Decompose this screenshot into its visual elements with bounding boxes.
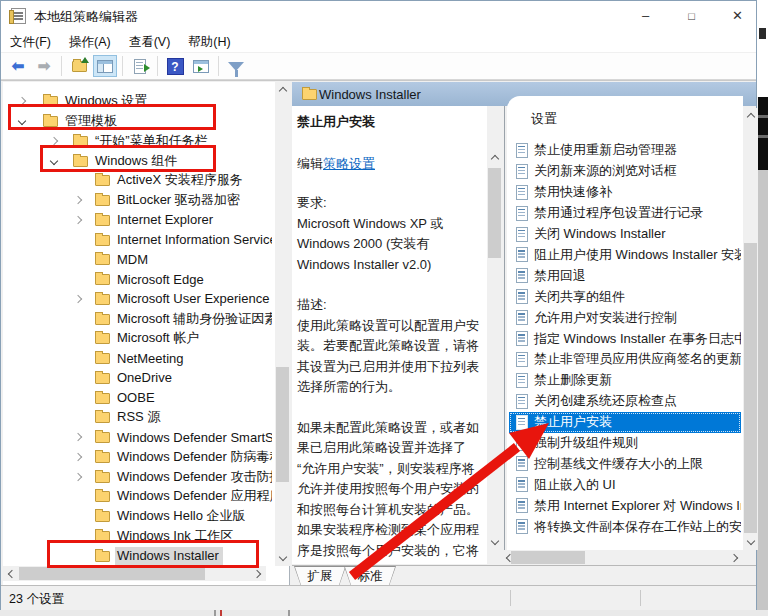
maximize-button[interactable]: □: [669, 1, 714, 31]
settings-column-header[interactable]: 设置: [531, 110, 557, 128]
policy-setting-icon: [516, 164, 528, 179]
tab-extended-label: 扩展: [295, 567, 345, 585]
menu-item[interactable]: 文件(F): [1, 31, 60, 53]
chevron-right-icon[interactable]: [74, 295, 82, 303]
tree-item[interactable]: RSS 源: [3, 408, 272, 428]
menu-item[interactable]: 操作(A): [60, 31, 120, 53]
tree-item[interactable]: Internet Explorer: [3, 211, 272, 231]
tab-standard[interactable]: 标准: [344, 566, 396, 586]
tree-item-label: RSS 源: [115, 407, 164, 428]
settings-item[interactable]: 禁用通过程序包设置进行记录: [509, 203, 741, 224]
scroll-up-button[interactable]: [275, 82, 290, 97]
settings-item[interactable]: 关闭创建系统还原检查点: [509, 391, 741, 412]
settings-item[interactable]: 禁止删除更新: [509, 370, 741, 391]
settings-item[interactable]: 禁用 Internet Explorer 对 Windows In: [509, 495, 741, 516]
settings-item[interactable]: 指定 Windows Installer 在事务日志中记录: [509, 328, 741, 349]
policy-description-pane: 禁止用户安装 编辑策略设置 要求: Microsoft Windows XP 或…: [292, 106, 487, 564]
description-text: 使用此策略设置可以配置用户安装。若要配置此策略设置，请将其设置为已启用并使用下拉…: [297, 316, 483, 565]
settings-item[interactable]: 阻止嵌入的 UI: [509, 474, 741, 495]
filter-icon[interactable]: [224, 55, 248, 77]
menu-item[interactable]: 查看(V): [120, 31, 180, 53]
settings-item[interactable]: 阻止用户使用 Windows Installer 安装更新: [509, 245, 741, 266]
scroll-up-button[interactable]: [487, 150, 502, 165]
close-button[interactable]: ✕: [715, 1, 760, 31]
settings-item[interactable]: 允许用户对安装进行控制: [509, 307, 741, 328]
description-vertical-scrollbar[interactable]: [487, 150, 502, 550]
settings-item[interactable]: 控制基线文件缓存大小的上限: [509, 454, 741, 475]
tree-item[interactable]: ActiveX 安装程序服务: [3, 171, 272, 191]
tree-item[interactable]: Microsoft 帐户: [3, 329, 272, 349]
scroll-down-button[interactable]: [275, 551, 290, 566]
tree-item[interactable]: OneDrive: [3, 369, 272, 389]
folder-icon: [95, 511, 110, 522]
up-one-level-folder-icon[interactable]: [67, 55, 91, 77]
scroll-left-button[interactable]: [3, 566, 18, 581]
settings-item-label: 允许用户对安装进行控制: [534, 309, 677, 327]
folder-icon: [95, 491, 110, 502]
policy-setting-icon: [516, 498, 528, 513]
background-mark: [759, 28, 766, 39]
minimize-button[interactable]: –: [623, 1, 668, 31]
scrollbar-thumb[interactable]: [19, 567, 205, 580]
tree-item[interactable]: MDM: [3, 250, 272, 270]
scrollbar-thumb[interactable]: [488, 168, 501, 258]
scroll-right-button[interactable]: [251, 566, 266, 581]
tree-item[interactable]: Windows Defender 攻击防护: [3, 467, 272, 487]
tree-item[interactable]: Windows Defender 应用程序: [3, 487, 272, 507]
chevron-right-icon[interactable]: [74, 472, 82, 480]
tree-item-label: Microsoft Edge: [115, 271, 208, 289]
settings-item[interactable]: 关闭 Windows Installer: [509, 224, 741, 245]
settings-horizontal-scrollbar[interactable]: [501, 550, 743, 565]
settings-item[interactable]: 禁止用户安装: [509, 412, 741, 433]
folder-icon: [95, 175, 110, 186]
show-console-window-icon[interactable]: [189, 55, 213, 77]
scrollbar-thumb[interactable]: [744, 243, 757, 533]
tree-vertical-scrollbar[interactable]: [275, 82, 290, 566]
chevron-right-icon[interactable]: [74, 216, 82, 224]
folder-icon: [95, 215, 110, 226]
settings-item[interactable]: 关闭新来源的浏览对话框: [509, 161, 741, 182]
settings-item[interactable]: 禁用回退: [509, 265, 741, 286]
tree-item[interactable]: Microsoft 辅助身份验证因素: [3, 309, 272, 329]
back-icon[interactable]: ⬅: [6, 55, 30, 77]
menu-item[interactable]: 帮助(H): [179, 31, 239, 53]
scrollbar-thumb[interactable]: [276, 367, 289, 482]
scroll-down-button[interactable]: [743, 535, 758, 550]
settings-item[interactable]: 强制升级组件规则: [509, 433, 741, 454]
settings-item[interactable]: 禁止非管理员应用供应商签名的更新: [509, 349, 741, 370]
pane-divider: [504, 106, 505, 564]
tree-item[interactable]: Windows Defender 防病毒程: [3, 448, 272, 468]
policy-setting-icon: [516, 456, 528, 471]
settings-item[interactable]: 将转换文件副本保存在工作站上的安全位: [509, 516, 741, 537]
annotation-box-windows-installer: [47, 540, 259, 568]
settings-item[interactable]: 关闭共享的组件: [509, 286, 741, 307]
settings-item[interactable]: 禁用快速修补: [509, 182, 741, 203]
policy-setting-icon: [516, 394, 528, 409]
chevron-right-icon[interactable]: [74, 196, 82, 204]
settings-vertical-scrollbar[interactable]: [743, 108, 758, 550]
settings-item[interactable]: 禁止使用重新启动管理器: [509, 140, 741, 161]
show-console-tree-icon[interactable]: [93, 55, 117, 77]
scrollbar-thumb[interactable]: [511, 551, 585, 564]
tree-item[interactable]: Microsoft User Experience: [3, 290, 272, 310]
tree-item[interactable]: NetMeeting: [3, 349, 272, 369]
scroll-right-button[interactable]: [728, 550, 743, 565]
chevron-right-icon[interactable]: [74, 453, 82, 461]
tree-item[interactable]: Internet Information Service: [3, 230, 272, 250]
policy-settings-link[interactable]: 策略设置: [323, 156, 375, 171]
tab-extended[interactable]: 扩展: [294, 566, 346, 586]
help-icon[interactable]: ?: [163, 55, 187, 77]
chevron-right-icon[interactable]: [50, 137, 58, 145]
tree-item[interactable]: Windows Defender SmartSc: [3, 428, 272, 448]
tree-item[interactable]: OOBE: [3, 388, 272, 408]
chevron-right-icon[interactable]: [74, 433, 82, 441]
export-list-icon[interactable]: [128, 55, 152, 77]
tree-item[interactable]: Microsoft Edge: [3, 270, 272, 290]
scroll-down-button[interactable]: [487, 535, 502, 550]
tree-item[interactable]: BitLocker 驱动器加密: [3, 191, 272, 211]
scroll-up-button[interactable]: [743, 108, 758, 123]
forward-icon[interactable]: ➡: [32, 55, 56, 77]
tree-item[interactable]: Windows Hello 企业版: [3, 507, 272, 527]
status-separator: [640, 590, 641, 606]
tree-horizontal-scrollbar[interactable]: [3, 566, 266, 581]
